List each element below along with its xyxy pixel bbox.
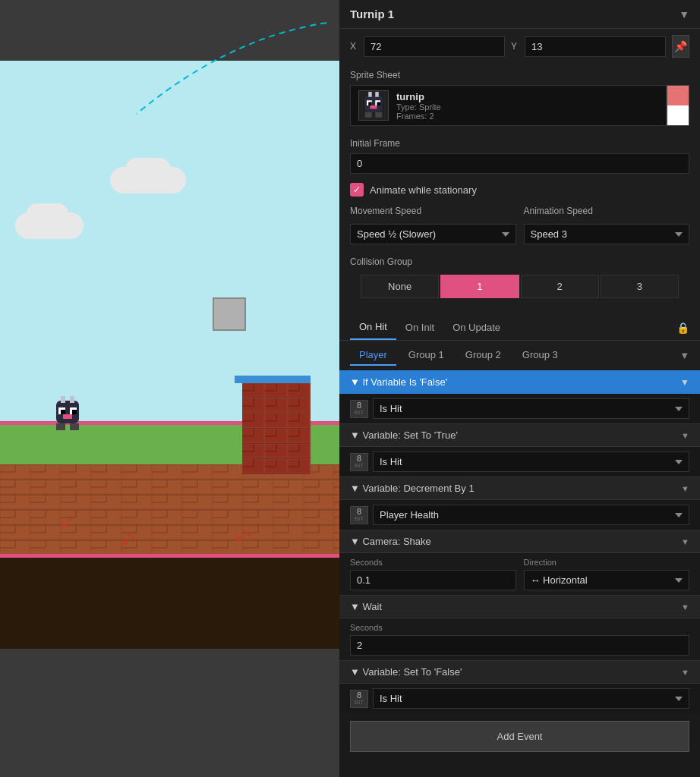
if-block-header[interactable]: ▼ If Variable Is 'False' ▼ xyxy=(339,370,700,394)
svg-rect-12 xyxy=(242,383,311,474)
add-event-button[interactable]: Add Event xyxy=(350,721,689,752)
panel-header: Turnip 1 ▼ xyxy=(339,0,700,29)
camera-shake-arrow: ▼ xyxy=(681,537,689,546)
decrement-header[interactable]: ▼ Variable: Decrement By 1 ▼ xyxy=(339,477,700,500)
camera-shake-header[interactable]: ▼ Camera: Shake ▼ xyxy=(339,530,700,553)
right-panel: Turnip 1 ▼ X Y 📌 Sprite Sheet xyxy=(339,0,700,777)
svg-point-25 xyxy=(123,540,128,545)
blue-platform xyxy=(235,376,311,383)
movement-speed-col: Movement Speed Speed ½ (Slower) Speed 1 … xyxy=(350,206,516,244)
svg-rect-22 xyxy=(70,423,79,430)
animate-label: Animate while stationary xyxy=(370,184,477,196)
sprite-sheet-label: Sprite Sheet xyxy=(350,70,689,80)
cg-1[interactable]: 1 xyxy=(440,275,519,298)
wait-header[interactable]: ▼ Wait ▼ xyxy=(339,595,700,618)
seconds-label: Seconds xyxy=(350,558,516,567)
cg-2[interactable]: 2 xyxy=(521,275,599,298)
seconds-input[interactable] xyxy=(350,570,516,590)
decrement-title: ▼ Variable: Decrement By 1 xyxy=(350,483,475,494)
sprite-details: turnip Type: Sprite Frames: 2 xyxy=(396,91,441,121)
svg-point-24 xyxy=(68,518,71,521)
svg-point-30 xyxy=(243,530,246,533)
condition-variable-select[interactable]: Is Hit Player Health xyxy=(373,398,689,419)
sprite-type: Type: Sprite xyxy=(396,102,441,112)
svg-rect-38 xyxy=(370,105,377,109)
svg-rect-18 xyxy=(61,410,65,414)
set-false-header[interactable]: ▼ Variable: Set To 'False' ▼ xyxy=(339,660,700,684)
if-block-arrow: ▼ xyxy=(680,377,689,388)
tab-on-hit[interactable]: On Hit xyxy=(350,315,396,340)
particle-2 xyxy=(121,531,137,549)
main-tabs: On Hit On Init On Update 🔒 xyxy=(339,312,700,341)
sprite-info-box[interactable]: turnip Type: Sprite Frames: 2 xyxy=(350,85,667,126)
group-tab-1[interactable]: Group 1 xyxy=(399,345,453,366)
y-input[interactable] xyxy=(525,36,666,57)
svg-rect-36 xyxy=(368,102,372,106)
cg-3[interactable]: 3 xyxy=(601,275,679,298)
speed-row: Movement Speed Speed ½ (Slower) Speed 1 … xyxy=(339,203,700,250)
group-tab-2[interactable]: Group 2 xyxy=(456,345,510,366)
panel-collapse-icon[interactable]: ▼ xyxy=(679,8,689,20)
platform-box xyxy=(213,297,246,331)
underground xyxy=(0,464,339,555)
cg-none[interactable]: None xyxy=(361,275,439,298)
tab-on-init[interactable]: On Init xyxy=(396,316,443,339)
condition-variable-row: 8 BIT Is Hit Player Health xyxy=(339,394,700,423)
direction-col: Direction ↔ Horizontal ↕ Vertical xyxy=(524,558,690,590)
x-input[interactable] xyxy=(364,36,505,57)
set-true-variable-row: 8 BIT Is Hit Player Health xyxy=(339,447,700,477)
set-true-title: ▼ Variable: Set To 'True' xyxy=(350,429,458,441)
svg-rect-20 xyxy=(63,414,72,419)
decrement-variable-select[interactable]: Player Health Is Hit xyxy=(373,505,689,525)
coords-row: X Y 📌 xyxy=(339,29,700,64)
seconds-col: Seconds xyxy=(350,558,516,590)
sprite-row: turnip Type: Sprite Frames: 2 xyxy=(350,85,689,126)
svg-rect-15 xyxy=(70,396,74,403)
svg-rect-6 xyxy=(0,464,339,555)
svg-rect-21 xyxy=(56,423,65,430)
animate-checkbox[interactable]: ✓ xyxy=(350,183,364,197)
camera-shake-title: ▼ Camera: Shake xyxy=(350,536,431,547)
svg-point-28 xyxy=(237,536,241,541)
events-container: ▼ If Variable Is 'False' ▼ 8 BIT Is Hit … xyxy=(339,370,700,777)
svg-rect-14 xyxy=(61,396,65,403)
wait-seconds-input[interactable] xyxy=(350,635,689,656)
initial-frame-label: Initial Frame xyxy=(350,138,689,149)
cloud-1-puff xyxy=(125,158,171,181)
direction-label: Direction xyxy=(524,558,690,567)
decrement-variable-row: 8 BIT Player Health Is Hit xyxy=(339,500,700,530)
group-tab-arrow-icon: ▼ xyxy=(680,350,689,361)
camera-shake-fields: Seconds Direction ↔ Horizontal ↕ Vertica… xyxy=(339,553,700,595)
svg-point-27 xyxy=(128,533,131,536)
animation-speed-col: Animation Speed Speed 1 Speed 2 Speed 3 … xyxy=(524,206,690,244)
animation-speed-select[interactable]: Speed 1 Speed 2 Speed 3 Speed 4 xyxy=(524,224,690,244)
group-tab-3[interactable]: Group 3 xyxy=(513,345,567,366)
initial-frame-section: Initial Frame xyxy=(339,132,700,180)
svg-point-29 xyxy=(248,533,251,536)
cloud-2-puff xyxy=(27,203,68,225)
svg-rect-40 xyxy=(375,112,382,118)
direction-select[interactable]: ↔ Horizontal ↕ Vertical xyxy=(524,570,690,590)
brick-wall xyxy=(242,383,311,474)
svg-point-23 xyxy=(61,523,66,527)
pin-button[interactable]: 📌 xyxy=(672,35,689,58)
particle-3 xyxy=(235,527,254,545)
lock-icon[interactable]: 🔒 xyxy=(676,322,689,334)
set-false-variable-select[interactable]: Is Hit Player Health xyxy=(373,688,689,709)
set-true-variable-select[interactable]: Is Hit Player Health xyxy=(373,451,689,472)
movement-speed-select[interactable]: Speed ½ (Slower) Speed 1 Speed 2 Speed 3 xyxy=(350,224,516,244)
collision-group-section: Collision Group None 1 2 3 xyxy=(339,250,700,312)
wait-fields: Seconds xyxy=(339,618,700,660)
svg-rect-39 xyxy=(365,112,372,118)
svg-rect-32 xyxy=(368,92,372,97)
collision-group-row: None 1 2 3 xyxy=(350,272,689,306)
set-false-arrow: ▼ xyxy=(681,668,689,677)
group-tab-player[interactable]: Player xyxy=(350,345,396,366)
svg-rect-33 xyxy=(375,92,379,97)
initial-frame-input[interactable] xyxy=(350,153,689,174)
tab-on-update[interactable]: On Update xyxy=(443,316,509,339)
set-true-header[interactable]: ▼ Variable: Set To 'True' ▼ xyxy=(339,423,700,447)
color-swatch[interactable] xyxy=(667,85,689,126)
wait-seconds-label: Seconds xyxy=(350,623,689,632)
brick-pattern xyxy=(0,464,339,555)
